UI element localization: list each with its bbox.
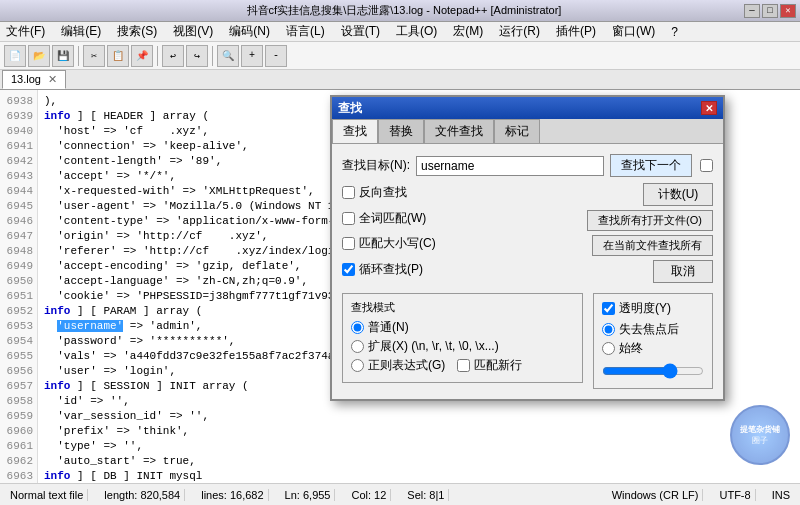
radio-normal[interactable] [351,321,364,334]
transparency-box: 透明度(Y) 失去焦点后 始终 [593,293,713,389]
toolbar-separator-1 [78,46,79,66]
find-checkbox-x[interactable] [700,159,713,172]
line-number-6953: 6953 [4,319,33,334]
checkbox-reverse-row: 反向查找 [342,183,407,202]
count-button[interactable]: 计数(U) [643,183,713,206]
checkbox-match-case[interactable] [342,237,355,250]
radio-normal-label: 普通(N) [368,319,409,336]
menu-item-l[interactable]: 语言(L) [282,22,329,41]
file-type-status: Normal text file [6,489,88,501]
checkbox-dotmatch[interactable] [457,359,470,372]
menu-item-t[interactable]: 设置(T) [337,22,384,41]
dialog-close-button[interactable]: ✕ [701,101,717,115]
minimize-button[interactable]: — [744,4,760,18]
menu-item-p[interactable]: 插件(P) [552,22,600,41]
paste-btn[interactable]: 📌 [131,45,153,67]
checkbox-reverse[interactable] [342,186,355,199]
line-number-6938: 6938 [4,94,33,109]
mode-title: 查找模式 [351,300,574,315]
radio-lost-focus[interactable] [602,323,615,336]
find-all-current-button[interactable]: 在当前文件查找所有 [592,235,713,256]
checkbox-transparency[interactable] [602,302,615,315]
radio-lost-focus-label: 失去焦点后 [619,321,679,338]
dialog-tab-mark[interactable]: 标记 [494,119,540,143]
undo-btn[interactable]: ↩ [162,45,184,67]
status-bar: Normal text file length: 820,584 lines: … [0,483,800,505]
radio-lost-focus-row: 失去焦点后 [602,321,704,338]
cancel-button[interactable]: 取消 [653,260,713,283]
line-number-6956: 6956 [4,364,33,379]
tab-13-log[interactable]: 13.log ✕ [2,70,66,89]
radio-regex-row: 正则表达式(G) 匹配新行 [351,357,574,374]
radio-regex[interactable] [351,359,364,372]
find-target-row: 查找目标(N): 查找下一个 [342,154,713,177]
line-number-6945: 6945 [4,199,33,214]
close-button[interactable]: ✕ [780,4,796,18]
menu-item-e[interactable]: 编辑(E) [57,22,105,41]
line-number-6961: 6961 [4,439,33,454]
dialog-tab-find[interactable]: 查找 [332,119,378,143]
radio-always-label: 始终 [619,340,643,357]
toolbar: 📄 📂 💾 ✂ 📋 📌 ↩ ↪ 🔍 + - [0,42,800,70]
zoom-in-btn[interactable]: + [241,45,263,67]
title-bar: 抖音cf实挂信息搜集\日志泄露\13.log - Notepad++ [Admi… [0,0,800,22]
menu-bar: 文件(F)编辑(E)搜索(S)视图(V)编码(N)语言(L)设置(T)工具(O)… [0,22,800,42]
window-title: 抖音cf实挂信息搜集\日志泄露\13.log - Notepad++ [Admi… [64,3,744,18]
transparency-slider[interactable] [602,363,704,379]
menu-item-s[interactable]: 搜索(S) [113,22,161,41]
length-status: length: 820,584 [100,489,185,501]
line-number-6963: 6963 [4,469,33,483]
radio-extended-row: 扩展(X) (\n, \r, \t, \0, \x...) [351,338,574,355]
dialog-tab-file-find[interactable]: 文件查找 [424,119,494,143]
line-number-6943: 6943 [4,169,33,184]
menu-item-v[interactable]: 视图(V) [169,22,217,41]
open-file-btn[interactable]: 📂 [28,45,50,67]
ln-status: Ln: 6,955 [281,489,336,501]
maximize-button[interactable]: □ [762,4,778,18]
line-number-6950: 6950 [4,274,33,289]
menu-item-o[interactable]: 工具(O) [392,22,441,41]
code-line-6962: 'var_session_id' => '', [44,409,794,424]
code-line-6963: 'prefix' => 'think', [44,424,794,439]
line-number-6947: 6947 [4,229,33,244]
sel-status: Sel: 8|1 [403,489,449,501]
checkbox-match-case-label: 匹配大小写(C) [359,235,436,252]
transparency-checkbox-row: 透明度(Y) [602,300,704,317]
menu-item-w[interactable]: 窗口(W) [608,22,659,41]
checkbox-loop-row: 循环查找(P) [342,261,423,278]
menu-item-n[interactable]: 编码(N) [225,22,274,41]
checkbox-loop[interactable] [342,263,355,276]
menu-item-[interactable]: ? [667,24,682,40]
code-line-6967: info ] [ DB ] INIT mysql [44,469,794,483]
radio-extended-label: 扩展(X) (\n, \r, \t, \0, \x...) [368,338,499,355]
find-next-button[interactable]: 查找下一个 [610,154,692,177]
save-btn[interactable]: 💾 [52,45,74,67]
line-number-6948: 6948 [4,244,33,259]
line-number-6940: 6940 [4,124,33,139]
checkbox-loop-label: 循环查找(P) [359,261,423,278]
radio-always[interactable] [602,342,615,355]
copy-btn[interactable]: 📋 [107,45,129,67]
ins-status: INS [768,489,794,501]
menu-item-m[interactable]: 宏(M) [449,22,487,41]
watermark-line1: 提笔杂货铺 [740,424,780,435]
dialog-tab-replace[interactable]: 替换 [378,119,424,143]
cut-btn[interactable]: ✂ [83,45,105,67]
watermark-line2: 圈子 [752,435,768,446]
menu-item-f[interactable]: 文件(F) [2,22,49,41]
checkbox-whole-word[interactable] [342,212,355,225]
dialog-tab-bar: 查找 替换 文件查找 标记 [332,119,723,144]
menu-item-r[interactable]: 运行(R) [495,22,544,41]
watermark: 提笔杂货铺 圈子 [730,405,790,465]
radio-extended[interactable] [351,340,364,353]
zoom-out-btn[interactable]: - [265,45,287,67]
find-btn[interactable]: 🔍 [217,45,239,67]
new-file-btn[interactable]: 📄 [4,45,26,67]
radio-regex-label: 正则表达式(G) [368,357,445,374]
dialog-title-bar: 查找 ✕ [332,97,723,119]
line-number-6962: 6962 [4,454,33,469]
find-input[interactable] [416,156,604,176]
radio-always-row: 始终 [602,340,704,357]
redo-btn[interactable]: ↪ [186,45,208,67]
find-all-open-button[interactable]: 查找所有打开文件(O) [587,210,713,231]
